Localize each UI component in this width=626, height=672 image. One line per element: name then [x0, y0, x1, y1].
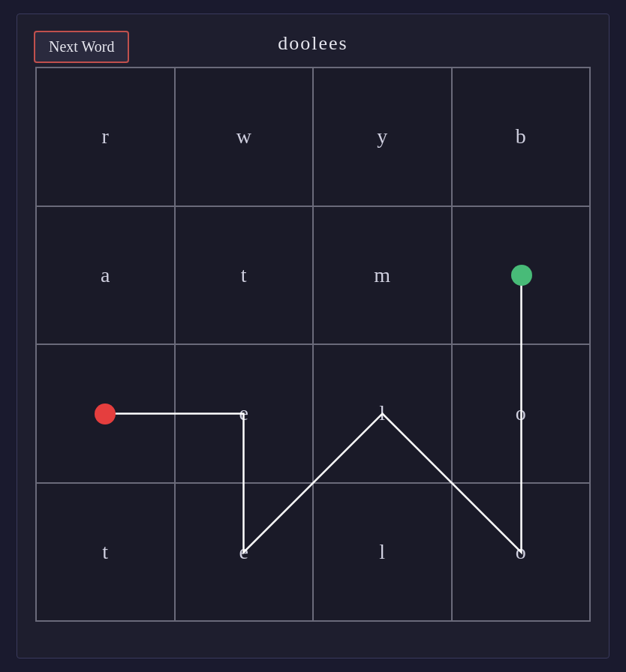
cell-3-3[interactable]: o [452, 483, 591, 622]
cell-0-0[interactable]: r [36, 68, 175, 206]
start-dot [95, 404, 116, 424]
next-word-button[interactable]: Next Word [34, 31, 129, 63]
cell-2-3[interactable]: o [452, 344, 591, 483]
cell-letter-1-0: a [101, 263, 110, 287]
cell-0-2[interactable]: y [313, 68, 452, 206]
grid-wrapper: rwybatmielotelo [35, 67, 591, 622]
cell-2-2[interactable]: l [313, 344, 452, 483]
cell-letter-3-1: e [239, 540, 248, 564]
cell-1-1[interactable]: t [175, 206, 314, 345]
cell-letter-3-2: l [379, 540, 385, 564]
cell-2-1[interactable]: e [175, 344, 314, 483]
cell-0-1[interactable]: w [175, 68, 314, 206]
cell-letter-2-3: o [516, 401, 526, 425]
cell-0-3[interactable]: b [452, 68, 591, 206]
cell-3-1[interactable]: e [175, 483, 314, 622]
cell-letter-2-1: e [239, 401, 248, 425]
app-container: Next Word doolees rwybatmielotelo [17, 14, 609, 658]
cell-letter-1-2: m [374, 263, 390, 287]
word-display: doolees [278, 32, 348, 55]
cell-1-2[interactable]: m [313, 206, 452, 345]
cell-letter-0-2: y [377, 124, 387, 148]
end-dot [511, 265, 532, 286]
cell-letter-3-3: o [516, 540, 526, 564]
cell-3-2[interactable]: l [313, 483, 452, 622]
cell-1-0[interactable]: a [36, 206, 175, 345]
cell-letter-0-1: w [236, 124, 251, 148]
cell-letter-3-0: t [102, 540, 108, 564]
cell-letter-0-3: b [516, 124, 526, 148]
cell-letter-1-1: t [241, 263, 247, 287]
cell-letter-0-0: r [102, 124, 109, 148]
cell-letter-2-2: l [379, 401, 385, 425]
letter-grid: rwybatmielotelo [35, 67, 591, 622]
cell-3-0[interactable]: t [36, 483, 175, 622]
